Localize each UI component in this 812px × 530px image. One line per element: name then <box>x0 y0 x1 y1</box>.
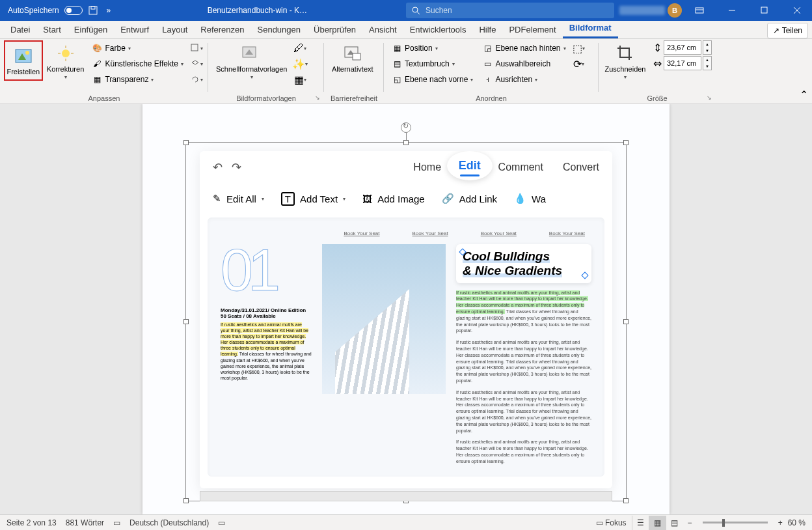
resize-handle[interactable] <box>183 140 189 145</box>
group-launcher-icon[interactable]: ↘ <box>315 94 323 102</box>
resize-handle[interactable] <box>623 319 629 324</box>
ebene-hinten-button[interactable]: ◲Ebene nach hinten▾ <box>478 40 569 56</box>
picture-border-icon[interactable]: 🖊▾ <box>292 40 308 56</box>
close-button[interactable] <box>782 0 812 21</box>
save-icon[interactable] <box>88 5 98 16</box>
search-box[interactable]: Suchen <box>406 3 614 18</box>
zoom-out-button[interactable]: − <box>688 518 692 527</box>
svg-rect-1 <box>91 7 95 9</box>
word-count[interactable]: 881 Wörter <box>66 518 104 527</box>
farbe-button[interactable]: 🎨Farbe▾ <box>88 40 187 56</box>
link-icon: 🔗 <box>442 193 454 204</box>
alttext-icon <box>342 43 363 64</box>
zoom-in-button[interactable]: + <box>778 518 783 527</box>
tab-einfuegen[interactable]: Einfügen <box>68 21 114 38</box>
ebene-vorne-button[interactable]: ◱Ebene nach vorne▾ <box>388 72 477 87</box>
svg-rect-7 <box>761 7 767 13</box>
picture-effects-icon[interactable]: ✨▾ <box>292 56 308 72</box>
resize-handle[interactable] <box>403 140 409 145</box>
language[interactable]: Deutsch (Deutschland) <box>129 518 209 527</box>
maximize-button[interactable] <box>750 0 779 21</box>
artistic-effects-button[interactable]: 🖌Künstlerische Effekte▾ <box>88 56 187 72</box>
schnellformat-button[interactable]: Schnellformatvorlagen ▾ <box>212 40 291 83</box>
pdf-tab-convert: Convert <box>563 161 599 173</box>
compress-icon[interactable]: ▾ <box>189 40 204 56</box>
add-link-tool: 🔗Add Link <box>442 193 497 204</box>
page: ↶↷ Home EditEdit Comment Convert ✎Edit A… <box>142 104 670 514</box>
horizontal-scrollbar[interactable] <box>200 491 612 501</box>
page-indicator[interactable]: Seite 2 von 13 <box>7 518 57 527</box>
web-layout-icon[interactable]: ▤ <box>666 516 683 530</box>
tab-datei[interactable]: Datei <box>4 21 36 38</box>
macro-icon[interactable]: ▭ <box>218 518 225 527</box>
zuschneiden-label: Zuschneiden <box>605 65 646 73</box>
transparency-icon: ▦ <box>92 74 102 85</box>
height-spinner[interactable]: ▲▼ <box>703 40 712 55</box>
tab-start[interactable]: Start <box>36 21 67 38</box>
height-icon: ⇕ <box>652 42 662 53</box>
textumbruch-button[interactable]: ▤Textumbruch▾ <box>388 56 477 72</box>
tab-ansicht[interactable]: Ansicht <box>362 21 403 38</box>
print-layout-icon[interactable]: ▦ <box>649 516 666 530</box>
width-spinner[interactable]: ▲▼ <box>703 56 712 70</box>
reset-picture-icon[interactable]: ▾ <box>189 72 204 87</box>
zuschneiden-button[interactable]: Zuschneiden ▾ <box>602 40 648 83</box>
collapse-ribbon-icon[interactable]: ⌃ <box>800 89 808 101</box>
more-icon[interactable]: » <box>103 5 114 16</box>
tab-referenzen[interactable]: Referenzen <box>194 21 250 38</box>
autosave-toggle[interactable] <box>64 6 83 15</box>
tab-bildformat[interactable]: Bildformat <box>563 19 618 38</box>
document-title: Benutzerhandbuch-win - K… <box>114 6 401 15</box>
width-input[interactable] <box>664 56 701 70</box>
undo-icon: ↶ <box>213 160 223 174</box>
rotation-handle[interactable] <box>401 122 411 133</box>
picture-layout-icon[interactable]: ▦▾ <box>292 72 308 87</box>
avatar[interactable]: B <box>668 3 682 18</box>
wrap-icon: ▤ <box>392 59 402 69</box>
zoom-slider[interactable] <box>703 522 768 523</box>
document-canvas[interactable]: ↶↷ Home EditEdit Comment Convert ✎Edit A… <box>0 104 812 514</box>
transparenz-button[interactable]: ▦Transparenz▾ <box>88 72 187 87</box>
freistellen-button[interactable]: Freistellen <box>4 40 43 81</box>
bring-forward-icon: ◱ <box>392 74 402 85</box>
resize-handle[interactable] <box>183 319 189 324</box>
tab-entwickler[interactable]: Entwicklertools <box>403 21 473 38</box>
ribbon-mode-icon[interactable] <box>684 0 714 21</box>
alternativtext-button[interactable]: Alternativtext <box>328 40 377 76</box>
spellcheck-icon[interactable]: ▭ <box>113 518 120 527</box>
change-picture-icon[interactable]: ▾ <box>189 56 204 72</box>
crop-icon <box>615 43 636 64</box>
tab-hilfe[interactable]: Hilfe <box>472 21 502 38</box>
fokus-button[interactable]: ▭ Fokus <box>596 518 627 527</box>
resize-handle[interactable] <box>623 498 629 503</box>
height-input[interactable] <box>664 40 701 55</box>
group-launcher-size-icon[interactable]: ↘ <box>707 94 714 102</box>
add-text-tool: TAdd Text▾ <box>281 192 345 206</box>
tab-layout[interactable]: Layout <box>156 21 194 38</box>
ausrichten-button[interactable]: ⫞Ausrichten▾ <box>478 72 569 87</box>
titlebar: AutoSpeichern » Benutzerhandbuch-win - K… <box>0 0 812 21</box>
minimize-button[interactable] <box>717 0 747 21</box>
svg-point-2 <box>413 7 418 12</box>
tab-sendungen[interactable]: Sendungen <box>251 21 308 38</box>
rotate-icon[interactable]: ⟳▾ <box>571 56 587 72</box>
remove-background-icon <box>13 46 34 66</box>
group-icon[interactable]: ⬚▾ <box>571 40 587 56</box>
autosave-label: AutoSpeichern <box>8 6 59 15</box>
share-button[interactable]: ↗Teilen <box>767 23 808 38</box>
embedded-image: ↶↷ Home EditEdit Comment Convert ✎Edit A… <box>200 151 612 488</box>
auswahlbereich-button[interactable]: ▭Auswahlbereich <box>478 56 569 72</box>
tab-pdfelement[interactable]: PDFelement <box>502 21 562 38</box>
zoom-value[interactable]: 60 % <box>788 518 805 527</box>
watermark-icon: 💧 <box>514 193 526 204</box>
korrekturen-button[interactable]: Korrekturen ▾ <box>44 40 87 83</box>
share-label: Teilen <box>782 26 802 35</box>
tab-entwurf[interactable]: Entwurf <box>114 21 156 38</box>
image-icon: 🖼 <box>362 193 372 204</box>
artistic-icon: 🖌 <box>92 59 102 69</box>
resize-handle[interactable] <box>623 140 629 145</box>
resize-handle[interactable] <box>183 498 189 503</box>
position-button[interactable]: ▦Position▾ <box>388 40 477 56</box>
tab-ueberpruefen[interactable]: Überprüfen <box>307 21 362 38</box>
read-mode-icon[interactable]: ☰ <box>632 516 649 530</box>
